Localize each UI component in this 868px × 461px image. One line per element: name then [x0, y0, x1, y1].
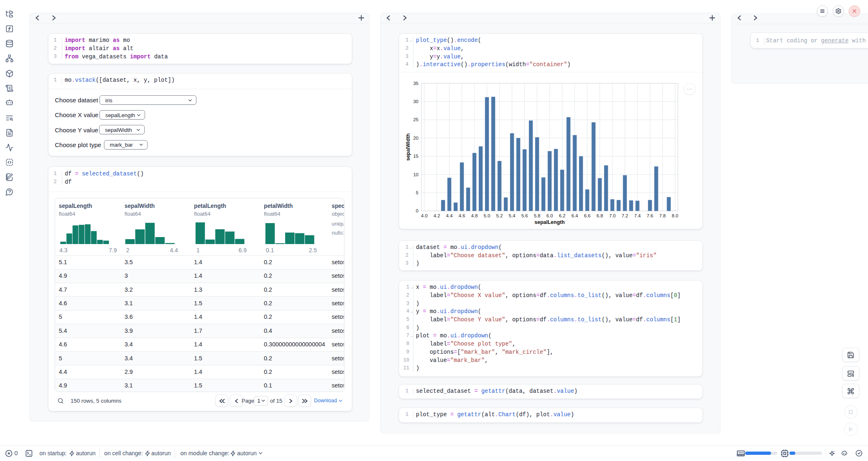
svg-text:20: 20 — [413, 136, 418, 141]
svg-text:6.4: 6.4 — [571, 213, 578, 218]
svg-text:6.2: 6.2 — [559, 213, 566, 218]
svg-text:5.4: 5.4 — [509, 213, 516, 218]
svg-text:35: 35 — [413, 81, 418, 86]
svg-text:sepalWidth: sepalWidth — [405, 134, 411, 161]
svg-text:5.0: 5.0 — [484, 213, 490, 218]
svg-text:6.6: 6.6 — [584, 213, 591, 218]
svg-text:6.8: 6.8 — [596, 213, 603, 218]
svg-text:5.2: 5.2 — [496, 213, 503, 218]
svg-text:5: 5 — [416, 190, 418, 195]
svg-text:5.8: 5.8 — [534, 213, 540, 218]
svg-text:4.0: 4.0 — [421, 213, 427, 218]
svg-text:7.6: 7.6 — [646, 213, 653, 218]
svg-text:7.0: 7.0 — [609, 213, 616, 218]
svg-text:4.6: 4.6 — [459, 213, 465, 218]
svg-text:7.8: 7.8 — [659, 213, 666, 218]
svg-text:30: 30 — [413, 99, 418, 104]
svg-text:15: 15 — [413, 154, 418, 159]
svg-text:6.0: 6.0 — [546, 213, 553, 218]
svg-text:4.2: 4.2 — [434, 213, 440, 218]
svg-text:4.4: 4.4 — [446, 213, 453, 218]
svg-text:10: 10 — [413, 172, 418, 177]
svg-text:8.0: 8.0 — [672, 213, 679, 218]
svg-text:25: 25 — [413, 117, 418, 122]
svg-text:5.6: 5.6 — [521, 213, 528, 218]
svg-text:0: 0 — [416, 208, 418, 213]
svg-text:7.4: 7.4 — [634, 213, 641, 218]
svg-text:4.8: 4.8 — [471, 213, 478, 218]
svg-text:7.2: 7.2 — [621, 213, 628, 218]
svg-text:sepalLength: sepalLength — [534, 219, 565, 225]
